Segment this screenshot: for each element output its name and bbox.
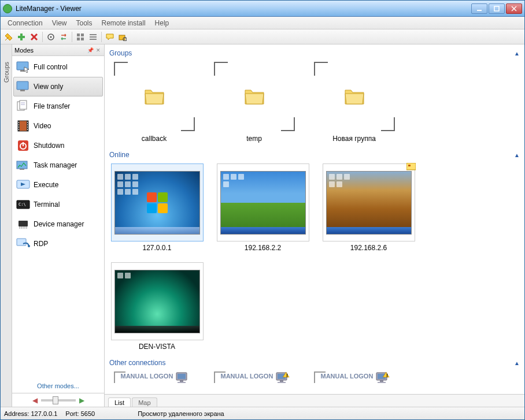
- film-icon: [16, 119, 30, 133]
- mode-task-manager[interactable]: Task manager: [13, 155, 103, 175]
- svg-rect-46: [19, 221, 28, 226]
- refresh-icon[interactable]: [45, 31, 57, 43]
- group-label: Новая группа: [332, 135, 376, 143]
- mode-device-manager[interactable]: Device manager: [13, 214, 103, 234]
- other-item[interactable]: MANUAL LOGON ! NOT FOUND Rita 192.168.0.…: [309, 371, 399, 394]
- section-title: Online: [109, 151, 514, 159]
- mode-execute[interactable]: Execute: [13, 175, 103, 195]
- svg-rect-10: [77, 34, 80, 36]
- maximize-button[interactable]: [489, 3, 505, 14]
- tab-list[interactable]: List: [108, 397, 131, 407]
- other-item[interactable]: MANUAL LOGON OFFLINE 192.168.2.20: [109, 371, 199, 394]
- online-row: 127.0.0.1 192.168.2.2: [109, 161, 520, 356]
- online-item[interactable]: DEN-VISTA: [109, 262, 205, 351]
- close-button[interactable]: [506, 3, 522, 14]
- section-header-online: Online ▲: [109, 148, 520, 161]
- online-item[interactable]: 127.0.0.1: [109, 163, 205, 252]
- statusbar: Address: 127.0.0.1 Port: 5650 Просмотр у…: [1, 407, 524, 419]
- section-title: Groups: [109, 49, 514, 57]
- list-icon[interactable]: [87, 31, 99, 43]
- mode-rdp[interactable]: RDP: [13, 234, 103, 254]
- svg-text:!: !: [386, 373, 388, 378]
- manual-logon-text: MANUAL LOGON: [221, 373, 273, 380]
- mode-terminal[interactable]: C:\ Terminal: [13, 195, 103, 214]
- grid-icon[interactable]: [75, 31, 86, 43]
- zoom-out-icon[interactable]: ◀: [32, 396, 38, 404]
- status-port: Port: 5650: [65, 410, 95, 417]
- online-item[interactable]: 192.168.2.6: [321, 163, 416, 252]
- toolbar-separator: [42, 32, 43, 42]
- tab-map[interactable]: Map: [132, 397, 157, 407]
- svg-rect-33: [19, 129, 19, 130]
- computer-icon: [175, 371, 191, 385]
- group-item[interactable]: temp: [209, 62, 299, 143]
- folder-icon: [344, 88, 365, 105]
- connect-icon[interactable]: [3, 31, 14, 43]
- menu-remote-install[interactable]: Remote install: [97, 18, 150, 28]
- mode-label: Terminal: [34, 200, 60, 209]
- collapse-icon[interactable]: ▲: [514, 360, 520, 366]
- menu-help[interactable]: Help: [150, 18, 174, 28]
- minimize-button[interactable]: [471, 3, 487, 14]
- menu-tools[interactable]: Tools: [72, 18, 97, 28]
- menu-view[interactable]: View: [47, 18, 72, 28]
- delete-icon[interactable]: [28, 31, 40, 43]
- menu-connection[interactable]: Connection: [3, 18, 47, 28]
- svg-rect-58: [180, 380, 183, 382]
- status-address: Address: 127.0.0.1: [4, 410, 57, 417]
- main-scroll[interactable]: Groups ▲ callback temp: [105, 44, 524, 394]
- mode-full-control[interactable]: Full control: [13, 57, 103, 77]
- section-header-other: Other connections ▲: [109, 356, 520, 369]
- svg-rect-21: [17, 81, 28, 90]
- groups-side-tab[interactable]: Groups: [1, 44, 12, 407]
- app-icon: [3, 4, 12, 13]
- zoom-slider[interactable]: [41, 399, 76, 402]
- group-item[interactable]: callback: [109, 62, 199, 143]
- mode-video[interactable]: Video: [13, 116, 103, 136]
- svg-point-9: [50, 36, 52, 38]
- svg-rect-42: [20, 169, 24, 170]
- sidebar-zoom: ◀ ▶: [12, 393, 104, 407]
- thumbnail-frame: [323, 163, 415, 241]
- other-modes-link[interactable]: Other modes...: [12, 379, 104, 393]
- mode-view-only[interactable]: View only: [13, 77, 103, 96]
- other-item[interactable]: MANUAL LOGON ! NOT FOUND Callback: [209, 371, 299, 394]
- rdp-icon: [16, 237, 30, 251]
- file-transfer-icon: [16, 99, 30, 113]
- svg-text:C:\: C:\: [19, 202, 26, 207]
- task-manager-icon: [16, 158, 30, 172]
- collapse-icon[interactable]: ▲: [514, 50, 520, 57]
- other-frame: MANUAL LOGON ! NOT FOUND: [214, 371, 295, 394]
- pin-icon[interactable]: 📌: [87, 47, 94, 54]
- sync-icon[interactable]: [58, 31, 69, 43]
- group-item[interactable]: Новая группа: [309, 62, 399, 143]
- sidebar-header-label: Modes: [14, 47, 86, 54]
- add-icon[interactable]: [16, 31, 27, 43]
- zoom-in-icon[interactable]: ▶: [79, 396, 84, 404]
- svg-rect-12: [77, 38, 80, 40]
- computer-warning-icon: !: [375, 371, 391, 385]
- other-frame: MANUAL LOGON OFFLINE: [114, 371, 195, 394]
- svg-rect-31: [19, 124, 19, 125]
- modes-list: Full control View only File transfer Vid…: [12, 56, 104, 379]
- toolbar-separator: [72, 32, 72, 42]
- svg-rect-30: [19, 122, 19, 123]
- collapse-icon[interactable]: ▲: [514, 152, 520, 158]
- online-label: 127.0.0.1: [142, 244, 171, 252]
- online-label: 192.168.2.6: [350, 244, 387, 252]
- sidebar: Modes 📌 ✕ Full control View only File tr…: [12, 44, 105, 407]
- mode-label: Task manager: [34, 161, 77, 169]
- chat-icon[interactable]: [104, 31, 116, 43]
- search-server-icon[interactable]: [117, 31, 128, 43]
- mode-label: RDP: [34, 240, 48, 248]
- close-panel-icon[interactable]: ✕: [95, 47, 102, 54]
- mode-file-transfer[interactable]: File transfer: [13, 96, 103, 116]
- section-header-groups: Groups ▲: [109, 47, 520, 60]
- online-item[interactable]: 192.168.2.2: [215, 163, 310, 252]
- body-area: Groups Modes 📌 ✕ Full control View only: [1, 44, 524, 407]
- group-label: callback: [142, 135, 167, 143]
- execute-icon: [16, 178, 30, 192]
- svg-rect-11: [81, 34, 84, 36]
- folder-icon: [144, 88, 165, 105]
- mode-shutdown[interactable]: Shutdown: [13, 136, 103, 155]
